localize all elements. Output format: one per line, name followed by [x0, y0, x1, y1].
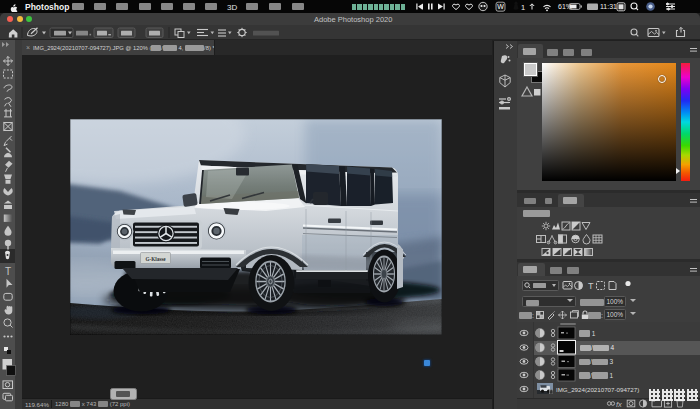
svg-text:11:31: 11:31: [600, 3, 617, 10]
svg-text:T: T: [588, 281, 594, 291]
svg-text:T: T: [5, 266, 11, 277]
svg-text:W: W: [497, 3, 504, 10]
svg-text:1: 1: [521, 3, 525, 12]
svg-text:G-Klasse: G-Klasse: [145, 256, 166, 262]
svg-text:fx: fx: [616, 400, 622, 409]
